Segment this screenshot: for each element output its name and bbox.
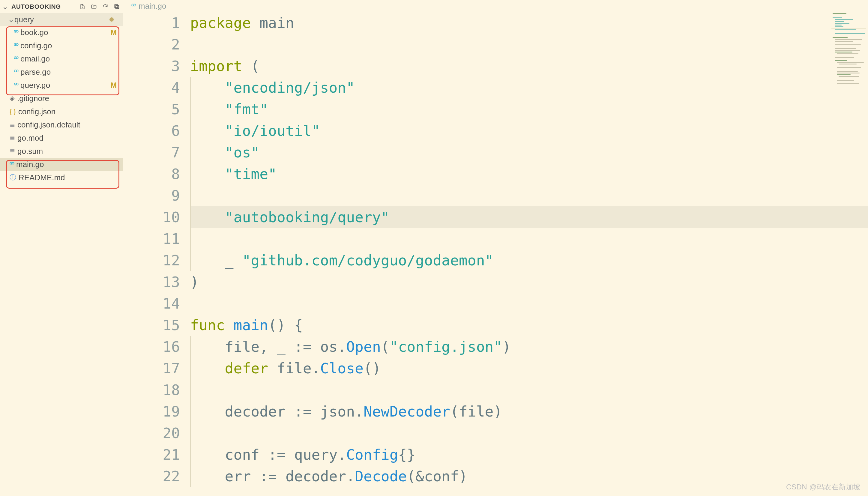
code-line: conf := query.Config{}	[190, 444, 868, 465]
collapse-all-icon[interactable]	[112, 2, 121, 11]
code-area[interactable]: 12345678910111213141516171819202122 pack…	[123, 12, 868, 496]
code-line	[190, 379, 868, 401]
editor: ᴳᴼ main.go 12345678910111213141516171819…	[123, 0, 868, 496]
file-row[interactable]: ◈.gitignore	[0, 92, 123, 105]
code-line: "os"	[190, 141, 868, 163]
tab-filename: main.go	[139, 1, 167, 11]
watermark-text: CSDN @码农在新加坡	[786, 482, 861, 492]
code-line	[190, 185, 868, 206]
file-row[interactable]: ≣go.sum	[0, 144, 123, 158]
code-line	[190, 422, 868, 444]
modified-dot-icon	[109, 17, 114, 21]
new-file-icon[interactable]	[78, 2, 87, 11]
line-number: 19	[123, 401, 180, 422]
vcs-status: M	[110, 81, 117, 90]
file-explorer: ⌄ AUTOBOOKING ⌄ query ᴳᴼbook.goMᴳᴼconfig…	[0, 0, 123, 496]
code-line	[190, 293, 868, 314]
code-line: file, _ := os.Open("config.json")	[190, 336, 868, 357]
file-name: .gitignore	[17, 94, 49, 103]
file-name: main.go	[16, 160, 44, 169]
line-number: 4	[123, 77, 180, 98]
line-number: 7	[123, 141, 180, 163]
file-row[interactable]: { }config.json	[0, 105, 123, 118]
line-number: 20	[123, 422, 180, 444]
workspace-name: AUTOBOOKING	[11, 3, 61, 10]
new-folder-icon[interactable]	[90, 2, 98, 11]
minimap[interactable]	[832, 12, 866, 99]
line-number: 17	[123, 357, 180, 379]
line-number: 5	[123, 98, 180, 120]
file-name: config.json.default	[17, 120, 80, 129]
file-row[interactable]: ≣config.json.default	[0, 118, 123, 131]
line-number: 16	[123, 336, 180, 357]
code-line: "time"	[190, 163, 868, 185]
code-line: err := decoder.Decode(&conf)	[190, 465, 868, 487]
line-number: 3	[123, 55, 180, 77]
file-name: query.go	[20, 81, 50, 90]
line-number: 14	[123, 293, 180, 314]
code-line	[190, 228, 868, 249]
code-line	[190, 34, 868, 55]
file-row[interactable]: ᴳᴼparse.go	[0, 65, 123, 79]
file-row[interactable]: ᴳᴼemail.go	[0, 52, 123, 65]
code-line: import (	[190, 55, 868, 77]
file-name: README.md	[19, 173, 65, 182]
svg-rect-0	[114, 4, 118, 7]
line-number: 13	[123, 271, 180, 293]
code-line: _ "github.com/codyguo/godaemon"	[190, 249, 868, 271]
code-line: "fmt"	[190, 98, 868, 120]
file-name: config.go	[20, 41, 52, 50]
file-name: go.mod	[17, 134, 44, 143]
line-number: 12	[123, 249, 180, 271]
svg-rect-1	[116, 6, 119, 9]
file-row[interactable]: ≣go.mod	[0, 131, 123, 144]
go-file-icon: ᴳᴼ	[131, 3, 136, 10]
file-name: book.go	[20, 28, 48, 37]
folder-label: query	[14, 15, 34, 24]
code-line: "autobooking/query"	[190, 206, 868, 228]
line-number: 9	[123, 185, 180, 206]
file-row[interactable]: ᴳᴼmain.go	[0, 158, 123, 171]
line-number: 21	[123, 444, 180, 465]
code-line: package main	[190, 12, 868, 34]
editor-tab[interactable]: ᴳᴼ main.go	[123, 0, 868, 12]
line-number: 11	[123, 228, 180, 249]
line-number: 18	[123, 379, 180, 401]
file-row[interactable]: ᴳᴼquery.goM	[0, 79, 123, 92]
refresh-icon[interactable]	[101, 2, 109, 11]
chevron-down-icon[interactable]: ⌄	[2, 2, 9, 11]
code-line: defer file.Close()	[190, 357, 868, 379]
line-number: 6	[123, 120, 180, 141]
code-line: )	[190, 271, 868, 293]
code-line: decoder := json.NewDecoder(file)	[190, 401, 868, 422]
chevron-down-icon: ⌄	[8, 15, 14, 24]
file-row[interactable]: ᴳᴼconfig.go	[0, 39, 123, 52]
file-row[interactable]: ᴳᴼbook.goM	[0, 26, 123, 39]
line-number: 22	[123, 465, 180, 487]
file-tree: ⌄ query ᴳᴼbook.goMᴳᴼconfig.goᴳᴼemail.goᴳ…	[0, 13, 123, 184]
code-line: func main() {	[190, 314, 868, 336]
code-content[interactable]: package mainimport ( "encoding/json" "fm…	[190, 12, 868, 496]
file-row[interactable]: ⓘREADME.md	[0, 171, 123, 184]
line-number: 8	[123, 163, 180, 185]
line-number: 2	[123, 34, 180, 55]
line-number: 1	[123, 12, 180, 34]
file-name: parse.go	[20, 67, 51, 77]
explorer-header: ⌄ AUTOBOOKING	[0, 0, 123, 13]
code-line: "io/ioutil"	[190, 120, 868, 141]
line-number: 10	[123, 206, 180, 228]
line-number: 15	[123, 314, 180, 336]
file-name: go.sum	[17, 146, 43, 156]
vcs-status: M	[110, 28, 117, 37]
folder-query[interactable]: ⌄ query	[0, 13, 123, 26]
code-line: "encoding/json"	[190, 77, 868, 98]
file-name: config.json	[18, 107, 56, 117]
line-number-gutter: 12345678910111213141516171819202122	[123, 12, 190, 496]
file-name: email.go	[20, 54, 50, 64]
